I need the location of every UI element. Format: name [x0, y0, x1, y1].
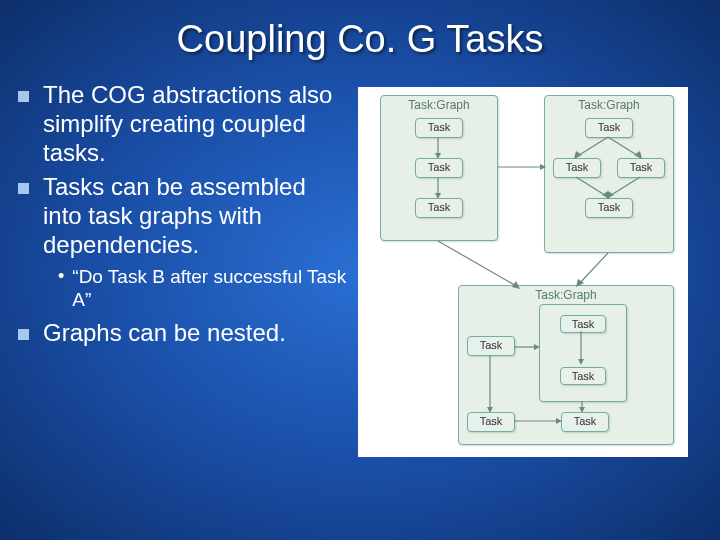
task-box: Task: [467, 336, 515, 356]
bullet-1: The COG abstractions also simplify creat…: [18, 81, 348, 167]
task-box: Task: [561, 412, 609, 432]
bullet-3: Graphs can be nested.: [18, 319, 348, 348]
taskgraph-label: Task:Graph: [459, 288, 673, 302]
dot-bullet-icon: •: [58, 266, 64, 312]
taskgraph-label: Task:Graph: [381, 98, 497, 112]
content-area: The COG abstractions also simplify creat…: [0, 61, 720, 457]
diagram-panel: Task:Graph Task Task Task Task:Graph Tas…: [358, 87, 688, 457]
square-bullet-icon: [18, 329, 29, 340]
task-box: Task: [415, 118, 463, 138]
taskgraph-box-2: Task:Graph Task Task Task Task: [544, 95, 674, 253]
taskgraph-box-inner: Task Task: [539, 304, 627, 402]
svg-line-16: [578, 253, 608, 285]
taskgraph-label: Task:Graph: [545, 98, 673, 112]
task-box: Task: [585, 118, 633, 138]
taskgraph-box-3: Task:Graph Task Task Task Task Task: [458, 285, 674, 445]
task-box: Task: [553, 158, 601, 178]
task-box: Task: [585, 198, 633, 218]
bullet-1-text: The COG abstractions also simplify creat…: [43, 81, 348, 167]
task-box: Task: [415, 198, 463, 218]
taskgraph-box-1: Task:Graph Task Task Task: [380, 95, 498, 241]
bullet-3-text: Graphs can be nested.: [43, 319, 286, 348]
task-box: Task: [617, 158, 665, 178]
task-box: Task: [560, 367, 606, 385]
task-box: Task: [415, 158, 463, 178]
slide-title: Coupling Co. G Tasks: [0, 0, 720, 61]
sub-bullet-text: “Do Task B after successful Task A”: [72, 266, 348, 312]
square-bullet-icon: [18, 183, 29, 194]
task-box: Task: [467, 412, 515, 432]
sub-bullet: • “Do Task B after successful Task A”: [58, 266, 348, 312]
bullet-2-text: Tasks can be assembled into task graphs …: [43, 173, 348, 259]
task-box: Task: [560, 315, 606, 333]
square-bullet-icon: [18, 91, 29, 102]
bullet-2: Tasks can be assembled into task graphs …: [18, 173, 348, 259]
svg-line-14: [438, 241, 518, 287]
text-column: The COG abstractions also simplify creat…: [18, 81, 358, 457]
